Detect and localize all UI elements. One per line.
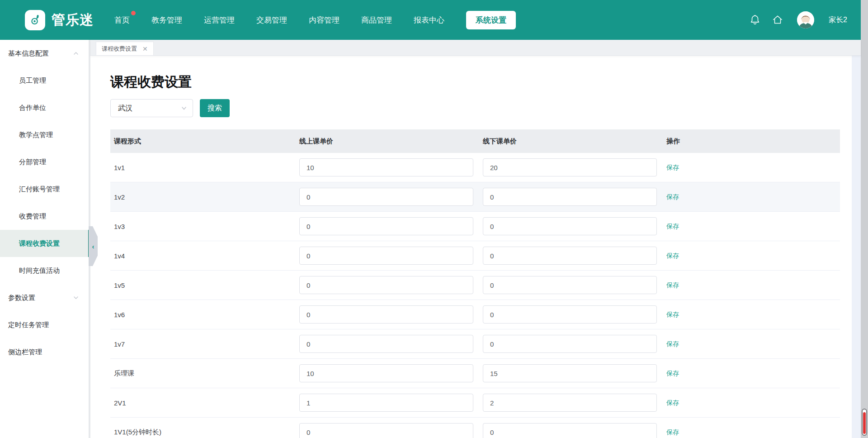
scrollbar-thumb[interactable] [862, 409, 867, 436]
table-row: 1v4 保存 [110, 241, 840, 271]
course-type-label: 1V1(5分钟时长) [110, 428, 299, 437]
table-row: 1v3 保存 [110, 212, 840, 241]
nav-item[interactable]: 首页 [114, 15, 130, 25]
sidebar-item[interactable]: 基本信息配置 [0, 40, 89, 67]
sidebar-item[interactable]: 合作单位 [0, 94, 89, 121]
chevron-left-icon: ‹ [92, 243, 94, 250]
table-body: 1v1 保存 1v2 保存 1v3 保存 1v4 保存 1v5 保存 1v6 保… [110, 153, 840, 438]
user-avatar[interactable] [797, 11, 814, 29]
city-select[interactable]: 武汉 [110, 99, 193, 117]
brand-instrument-icon [29, 14, 41, 26]
save-link[interactable]: 保存 [666, 370, 679, 377]
chevron-down-icon [73, 295, 79, 300]
sidebar-item[interactable]: 参数设置 [0, 284, 89, 311]
offline-price-input[interactable] [483, 158, 657, 176]
offline-price-input[interactable] [483, 188, 657, 206]
save-link[interactable]: 保存 [666, 428, 679, 436]
sidebar-item[interactable]: 时间充值活动 [0, 257, 89, 284]
table-row: 1v7 保存 [110, 329, 840, 359]
save-link[interactable]: 保存 [666, 399, 679, 406]
sidebar-item[interactable]: 汇付账号管理 [0, 176, 89, 203]
sidebar-item[interactable]: 定时任务管理 [0, 311, 89, 338]
navbar-right: 家长2 [749, 11, 847, 29]
nav-item[interactable]: 交易管理 [256, 15, 287, 25]
online-price-input[interactable] [299, 364, 473, 382]
table-row: 1v6 保存 [110, 300, 840, 329]
username-label: 家长2 [829, 15, 847, 25]
course-type-label: 乐理课 [110, 369, 299, 378]
nav-item[interactable]: 教务管理 [151, 15, 182, 25]
online-price-input[interactable] [299, 276, 473, 294]
search-button[interactable]: 搜索 [200, 99, 230, 117]
chevron-up-icon [73, 51, 79, 56]
tab-label: 课程收费设置 [102, 45, 137, 53]
online-price-input[interactable] [299, 335, 473, 353]
save-link[interactable]: 保存 [666, 281, 679, 289]
filter-row: 武汉 搜索 [110, 99, 840, 117]
online-price-input[interactable] [299, 158, 473, 176]
save-link[interactable]: 保存 [666, 193, 679, 200]
offline-price-input[interactable] [483, 423, 657, 438]
app-logo [25, 10, 45, 30]
table-row: 1V1(5分钟时长) 保存 [110, 418, 840, 438]
main-area: 课程收费设置 ✕ 课程收费设置 武汉 搜索 课程形式 线上课单价 线下课单价 操… [90, 40, 861, 438]
offline-price-input[interactable] [483, 276, 657, 294]
sidebar-item[interactable]: 教学点管理 [0, 121, 89, 148]
online-price-input[interactable] [299, 247, 473, 265]
nav-menu: 首页 教务管理 运营管理 交易管理 内容管理 商品管理 报表中心 系统设置 [114, 11, 516, 29]
sidebar-item[interactable]: 侧边栏管理 [0, 338, 89, 366]
offline-price-input[interactable] [483, 394, 657, 412]
course-type-label: 1v3 [110, 223, 299, 230]
col-offline-price: 线下课单价 [483, 137, 666, 146]
nav-item[interactable]: 系统设置 [466, 11, 516, 29]
offline-price-input[interactable] [483, 335, 657, 353]
scrollbar-thumb-indicator [863, 412, 866, 434]
city-select-value: 武汉 [118, 104, 181, 113]
offline-price-input[interactable] [483, 364, 657, 382]
course-type-label: 2V1 [110, 399, 299, 407]
sidebar-item[interactable]: 分部管理 [0, 148, 89, 176]
sidebar-item[interactable]: 收费管理 [0, 203, 89, 230]
save-link[interactable]: 保存 [666, 164, 679, 171]
page-content: 课程收费设置 武汉 搜索 课程形式 线上课单价 线下课单价 操作 1v1 保存 … [90, 56, 852, 438]
table-row: 乐理课 保存 [110, 359, 840, 388]
sidebar-item[interactable]: 课程收费设置 [0, 230, 89, 257]
offline-price-input[interactable] [483, 247, 657, 265]
online-price-input[interactable] [299, 394, 473, 412]
offline-price-input[interactable] [483, 217, 657, 235]
nav-item[interactable]: 报表中心 [414, 15, 444, 25]
save-link[interactable]: 保存 [666, 311, 679, 318]
chevron-down-icon [181, 105, 187, 111]
tab-course-fee-settings[interactable]: 课程收费设置 ✕ [96, 42, 154, 55]
offline-price-input[interactable] [483, 305, 657, 324]
online-price-input[interactable] [299, 188, 473, 206]
page-title: 课程收费设置 [110, 73, 840, 91]
top-navbar: 管乐迷 首页 教务管理 运营管理 交易管理 内容管理 商品管理 报表中心 系统设… [0, 0, 861, 40]
sidebar-item[interactable]: 员工管理 [0, 67, 89, 94]
bell-icon[interactable] [749, 14, 761, 26]
online-price-input[interactable] [299, 423, 473, 438]
course-type-label: 1v4 [110, 252, 299, 260]
col-course-type: 课程形式 [110, 137, 299, 146]
nav-item[interactable]: 内容管理 [309, 15, 340, 25]
save-link[interactable]: 保存 [666, 340, 679, 348]
home-icon[interactable] [772, 14, 783, 26]
table-row: 1v1 保存 [110, 153, 840, 182]
save-link[interactable]: 保存 [666, 252, 679, 259]
close-icon[interactable]: ✕ [142, 46, 148, 52]
save-link[interactable]: 保存 [666, 223, 679, 230]
app-title: 管乐迷 [52, 11, 94, 29]
online-price-input[interactable] [299, 305, 473, 324]
tab-bar: 课程收费设置 ✕ [90, 40, 861, 56]
col-actions: 操作 [666, 137, 840, 146]
online-price-input[interactable] [299, 217, 473, 235]
course-type-label: 1v7 [110, 340, 299, 348]
nav-item[interactable]: 商品管理 [361, 15, 392, 25]
course-type-label: 1v5 [110, 281, 299, 289]
table-row: 2V1 保存 [110, 388, 840, 418]
table-row: 1v2 保存 [110, 182, 840, 212]
course-fee-table: 课程形式 线上课单价 线下课单价 操作 1v1 保存 1v2 保存 1v3 保存… [110, 129, 840, 438]
page-scrollbar[interactable] [861, 0, 868, 438]
nav-item[interactable]: 运营管理 [204, 15, 235, 25]
content-scroll-gutter [852, 56, 861, 438]
